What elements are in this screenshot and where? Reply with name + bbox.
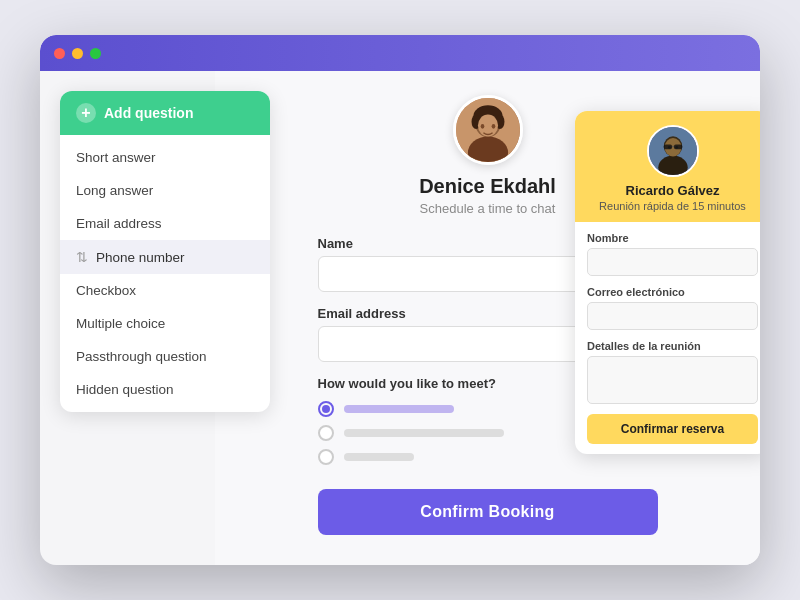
add-question-button[interactable]: + Add question [60, 91, 270, 135]
sidebar-item-label: Multiple choice [76, 316, 165, 331]
sidebar-item-label: Short answer [76, 150, 156, 165]
side-form: Nombre Correo electrónico Detalles de la… [575, 222, 760, 454]
sidebar: + Add question Short answer Long answer … [60, 91, 270, 412]
sidebar-item-hidden[interactable]: Hidden question [60, 373, 270, 406]
sidebar-item-label: Passthrough question [76, 349, 207, 364]
top-bar [40, 35, 760, 71]
confirmar-reserva-button[interactable]: Confirmar reserva [587, 414, 758, 444]
side-nombre-input[interactable] [587, 248, 758, 276]
sidebar-item-multiple-choice[interactable]: Multiple choice [60, 307, 270, 340]
close-dot[interactable] [54, 48, 65, 59]
svg-rect-16 [673, 145, 681, 150]
radio-button-3[interactable] [318, 449, 334, 465]
radio-line-1 [344, 405, 454, 413]
sidebar-item-passthrough[interactable]: Passthrough question [60, 340, 270, 373]
sidebar-item-label: Hidden question [76, 382, 174, 397]
sidebar-item-label: Email address [76, 216, 162, 231]
side-correo-label: Correo electrónico [587, 286, 758, 298]
side-card: Ricardo Gálvez Reunión rápida de 15 minu… [575, 111, 760, 454]
side-person-name: Ricardo Gálvez [626, 183, 720, 198]
person-subtitle: Schedule a time to chat [420, 201, 556, 216]
side-correo-input[interactable] [587, 302, 758, 330]
side-avatar [647, 125, 699, 177]
radio-line-3 [344, 453, 414, 461]
sidebar-item-checkbox[interactable]: Checkbox [60, 274, 270, 307]
minimize-dot[interactable] [72, 48, 83, 59]
avatar [453, 95, 523, 165]
content-area: + Add question Short answer Long answer … [40, 71, 760, 565]
sidebar-item-label: Long answer [76, 183, 153, 198]
add-question-label: Add question [104, 105, 193, 121]
sidebar-list: Short answer Long answer Email address ⇅… [60, 135, 270, 412]
confirm-booking-button[interactable]: Confirm Booking [318, 489, 658, 535]
side-card-header: Ricardo Gálvez Reunión rápida de 15 minu… [575, 111, 760, 222]
person-name: Denice Ekdahl [419, 175, 556, 198]
sidebar-item-email-address[interactable]: Email address [60, 207, 270, 240]
expand-dot[interactable] [90, 48, 101, 59]
sidebar-item-short-answer[interactable]: Short answer [60, 141, 270, 174]
sidebar-item-label: Phone number [96, 250, 185, 265]
radio-line-2 [344, 429, 504, 437]
radio-button-1[interactable] [318, 401, 334, 417]
drag-icon: ⇅ [76, 249, 88, 265]
sidebar-item-long-answer[interactable]: Long answer [60, 174, 270, 207]
svg-point-7 [480, 124, 484, 129]
side-detalles-label: Detalles de la reunión [587, 340, 758, 352]
sidebar-item-label: Checkbox [76, 283, 136, 298]
main-window: + Add question Short answer Long answer … [40, 35, 760, 565]
side-detalles-input[interactable] [587, 356, 758, 404]
plus-icon: + [76, 103, 96, 123]
svg-point-8 [491, 124, 495, 129]
side-person-subtitle: Reunión rápida de 15 minutos [599, 200, 746, 212]
radio-button-2[interactable] [318, 425, 334, 441]
svg-rect-15 [663, 145, 671, 150]
sidebar-item-phone-number[interactable]: ⇅ Phone number [60, 240, 270, 274]
side-nombre-label: Nombre [587, 232, 758, 244]
